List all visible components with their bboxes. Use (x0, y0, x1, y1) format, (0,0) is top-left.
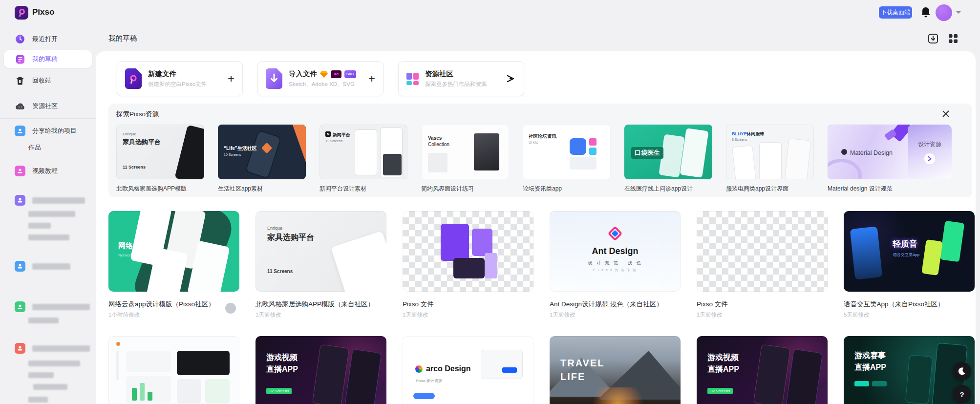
file-meta: 1天前修改 (550, 311, 681, 319)
sidebar-divider (0, 93, 96, 93)
import-file-card[interactable]: 导入文件 Xd SVG Sketch、Adobe XD、SVG + (257, 61, 383, 96)
shared-project-icon (15, 126, 25, 136)
resource-community-card[interactable]: 资源社区 探索更多热门作品和资源 (398, 61, 524, 96)
sidebar-item-redacted-project[interactable] (4, 298, 92, 315)
thumb-text: Network Disk App (118, 253, 149, 257)
sidebar-item-tutorial[interactable]: 视频教程 (4, 163, 92, 179)
banner-resource-card[interactable]: “Life”生活社区 10 Screens 生活社区app素材 (218, 125, 306, 193)
file-card[interactable] (108, 336, 239, 404)
deco-campfire (589, 387, 647, 404)
redacted-text (32, 304, 90, 310)
card-title: 导入文件 (289, 69, 317, 79)
chevron-right-icon (924, 153, 935, 164)
deco (177, 351, 230, 375)
card-subtitle: 探索更多热门作品和资源 (425, 81, 506, 88)
close-icon[interactable] (942, 110, 950, 118)
banner-more-card[interactable]: 设计资源 (908, 125, 952, 179)
file-thumbnail (108, 336, 239, 404)
thumb-text: arco Design (426, 364, 471, 373)
file-card[interactable]: 游戏视频 直播APP 32 Screens (697, 336, 828, 404)
file-card[interactable]: TRAVEL LIFE (550, 336, 681, 404)
file-card[interactable]: arco Design Pixso 设计资源 (403, 336, 533, 404)
download-desktop-button[interactable]: 下载桌面端 (879, 6, 912, 19)
deco (589, 148, 597, 155)
sidebar-item-trash[interactable]: 回收站 (4, 72, 92, 89)
thumb-text: P i x s o 资 讯 专 区 (550, 268, 681, 273)
deco (453, 258, 485, 278)
deco (570, 138, 586, 155)
project-icon (15, 343, 25, 354)
deco (177, 379, 201, 404)
sidebar-item-drafts[interactable]: 我的草稿 (4, 50, 92, 68)
file-card[interactable]: Pixso 文件 1天前修改 (403, 211, 533, 319)
banner-resource-label: 论坛资讯类app (523, 185, 611, 193)
arrow-right-icon[interactable] (506, 74, 516, 83)
file-card[interactable]: 网络云盘App Network Disk App 网络云盘app设计模版（Pix… (108, 211, 239, 319)
sidebar-item-shared[interactable]: 分享给我的项目 (4, 123, 92, 139)
redacted-text (32, 197, 85, 204)
file-card[interactable]: Ant Design 设 计 规 范 · 浅 色 P i x s o 资 讯 专… (550, 211, 681, 319)
redacted-subitem[interactable] (28, 397, 48, 403)
account-menu-caret-icon[interactable] (956, 11, 961, 14)
banner-thumbnail: “Life”生活社区 10 Screens (218, 125, 306, 179)
file-card[interactable]: 轻质音 语音交互类App 语音交互类App（来自Pixso社区） 5天前修改 (844, 211, 975, 319)
thumb-text: TRAVEL (560, 358, 605, 369)
banner-resource-card[interactable]: BLUYE休闲服饰 8 Screens 服装电商类app设计界面 (726, 125, 814, 193)
banner-resource-card[interactable]: 社区论坛资讯 UI kits 论坛资讯类app (523, 125, 611, 193)
sidebar-item-community[interactable]: 资源社区 (4, 98, 92, 114)
redacted-subitem[interactable] (28, 211, 75, 217)
sidebar-item-redacted-project[interactable] (4, 340, 92, 357)
file-meta: 1天前修改 (256, 311, 386, 319)
pixso-logo-icon[interactable] (15, 6, 28, 20)
thumb-text: Collection (428, 142, 449, 147)
file-thumbnail: Ant Design 设 计 规 范 · 浅 色 P i x s o 资 讯 专… (550, 211, 681, 292)
sidebar-subitem-works[interactable]: 作品 (28, 143, 41, 152)
file-card[interactable]: Pixso 文件 1天前修改 (697, 211, 828, 319)
thumb-text: UI kits (529, 141, 538, 144)
notification-bell-icon[interactable] (920, 7, 931, 18)
thumb-text: 8 Screens (732, 138, 747, 141)
thumb-text: 语音交互类App (893, 252, 919, 257)
plus-icon[interactable]: + (368, 73, 375, 85)
banner-resource-card[interactable]: Vases Collection 简约风界面设计练习 (421, 125, 509, 193)
redacted-subitem[interactable] (28, 372, 54, 378)
sidebar-item-recent[interactable]: 最近打开 (4, 31, 92, 47)
banner-resource-label: 生活社区app素材 (218, 185, 306, 193)
file-thumbnail: 游戏视频 直播APP 32 Screens (256, 336, 386, 404)
banner-resource-card[interactable]: N 新闻平台 11 Screens 新闻平台设计素材 (320, 125, 407, 193)
sidebar: 最近打开 我的草稿 回收站 资源社区 (0, 25, 96, 404)
redacted-subitem[interactable] (28, 234, 69, 240)
banner-resource-card[interactable]: Enrique 家具选购平台 11 Screens 北欧风格家居选购APP模版 (116, 125, 204, 193)
file-card[interactable]: Enrique 家具选购平台 11 Screens 北欧风格家居选购APP模版（… (256, 211, 386, 319)
banner-thumbnail: BLUYE休闲服饰 8 Screens (726, 125, 814, 179)
thumb-text: 网络云盘App (118, 241, 162, 251)
redacted-subitem[interactable] (33, 384, 67, 390)
thumb-text: 社区论坛资讯 (529, 133, 556, 140)
redacted-subitem[interactable] (28, 318, 59, 323)
help-button[interactable]: ? (953, 385, 971, 404)
redacted-subitem[interactable] (28, 223, 51, 229)
redacted-subitem[interactable] (28, 361, 80, 366)
deco (132, 388, 137, 401)
grid-view-icon[interactable] (948, 33, 959, 44)
thumb-text: 11 Screens (267, 269, 293, 274)
sidebar-item-redacted-project[interactable] (4, 258, 92, 275)
new-file-card[interactable]: 新建文件 创建新的空白Pixso文件 + (117, 61, 243, 96)
card-subtitle: Sketch、Adobe XD、SVG (289, 81, 368, 88)
sidebar-label: 视频教程 (32, 167, 58, 175)
dark-mode-toggle[interactable] (953, 362, 971, 381)
user-avatar[interactable] (936, 4, 952, 21)
file-title: 语音交互类App（来自Pixso社区） (844, 300, 961, 309)
sidebar-item-redacted-project[interactable] (4, 192, 92, 209)
collaborator-avatar[interactable] (225, 303, 236, 314)
banner-resource-card[interactable]: 口袋医生 在线医疗线上问诊app设计 (624, 125, 712, 193)
community-grid-icon (406, 73, 419, 85)
thumb-text: Ant Design (550, 246, 681, 256)
banner-resource-card[interactable]: Material Design Material design 设计规范 (828, 125, 916, 193)
thumb-text: Enrique (267, 226, 282, 231)
page-title: 我的草稿 (108, 34, 137, 43)
file-card[interactable]: 游戏视频 直播APP 32 Screens (256, 336, 386, 404)
redacted-text (32, 263, 70, 270)
import-file-icon[interactable] (928, 33, 938, 44)
plus-icon[interactable]: + (228, 73, 234, 85)
